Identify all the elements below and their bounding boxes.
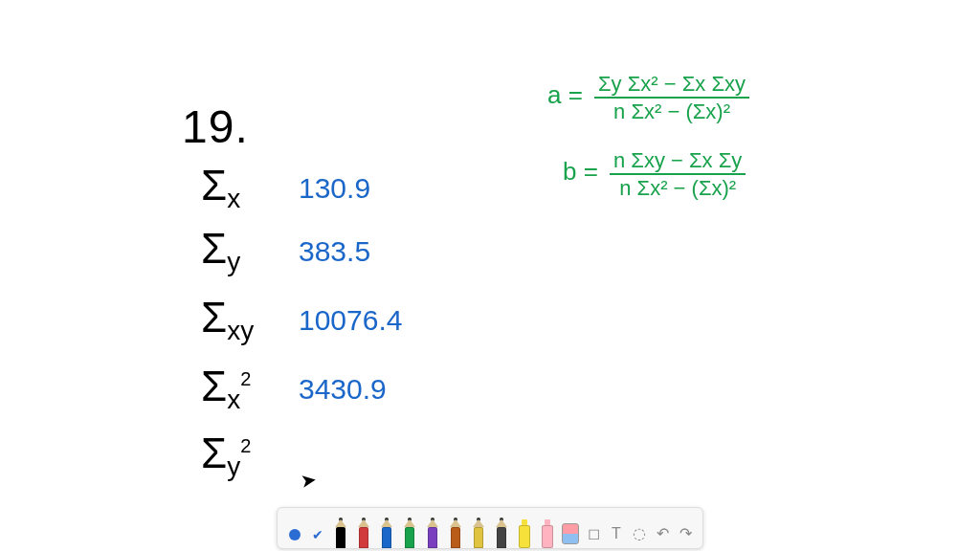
confirm-button[interactable]: ✔ — [308, 518, 327, 548]
formula-b: b = n Σxy − Σx Σy n Σx² − (Σx)² — [563, 149, 746, 199]
whiteboard-canvas[interactable]: 19. Σx 130.9 Σy 383.5 Σxy 10076.4 Σx2 34… — [0, 0, 980, 551]
formula-a-lhs: a = — [547, 80, 583, 109]
pen-blue[interactable] — [377, 518, 396, 548]
lasso-tool[interactable]: ◌ — [630, 518, 649, 548]
formula-b-lhs: b = — [563, 157, 598, 186]
sum-xy-value: 10076.4 — [299, 304, 402, 337]
sum-y-label: Σy — [201, 228, 278, 276]
sum-xy-label: Σxy — [201, 297, 278, 344]
cursor-icon: ➤ — [299, 468, 318, 493]
pen-gold[interactable] — [469, 518, 488, 548]
pen-green[interactable] — [400, 518, 419, 548]
formula-b-numerator: n Σxy − Σx Σy — [610, 149, 746, 175]
pen-gray[interactable] — [492, 518, 511, 548]
sum-x-label: Σx — [201, 165, 278, 212]
sum-x-squared-row: Σx2 3430.9 — [201, 365, 387, 413]
pen-black[interactable] — [331, 518, 350, 548]
shapes-tool[interactable]: ◻ — [584, 518, 603, 548]
formula-a: a = Σy Σx² − Σx Σxy n Σx² − (Σx)² — [547, 73, 749, 122]
sum-x-squared-label: Σx2 — [201, 365, 278, 413]
highlighter-yellow[interactable] — [515, 518, 534, 548]
problem-number: 19. — [182, 100, 249, 153]
undo-button[interactable]: ↶ — [653, 518, 672, 548]
redo-button[interactable]: ↷ — [676, 518, 695, 548]
formula-a-numerator: Σy Σx² − Σx Σxy — [594, 73, 749, 99]
drawing-toolbar: ✔ ◻ T ◌ ↶ ↷ — [277, 507, 703, 549]
sum-x-value: 130.9 — [299, 172, 370, 205]
record-button[interactable] — [285, 518, 304, 548]
sum-x-row: Σx 130.9 — [201, 165, 370, 212]
formula-a-denominator: n Σx² − (Σx)² — [610, 99, 734, 122]
sum-y-squared-label: Σy2 — [201, 432, 278, 480]
sum-y-value: 383.5 — [299, 235, 370, 268]
sum-y-row: Σy 383.5 — [201, 228, 370, 276]
pen-purple[interactable] — [423, 518, 442, 548]
text-tool[interactable]: T — [607, 518, 626, 548]
pen-brown[interactable] — [446, 518, 465, 548]
highlighter-pink[interactable] — [538, 518, 557, 548]
sum-y-squared-row: Σy2 — [201, 432, 299, 480]
eraser-tool[interactable] — [561, 518, 580, 548]
sum-xy-row: Σxy 10076.4 — [201, 297, 402, 344]
sum-x-squared-value: 3430.9 — [299, 373, 387, 406]
formula-b-denominator: n Σx² − (Σx)² — [615, 175, 740, 199]
pen-red[interactable] — [354, 518, 373, 548]
